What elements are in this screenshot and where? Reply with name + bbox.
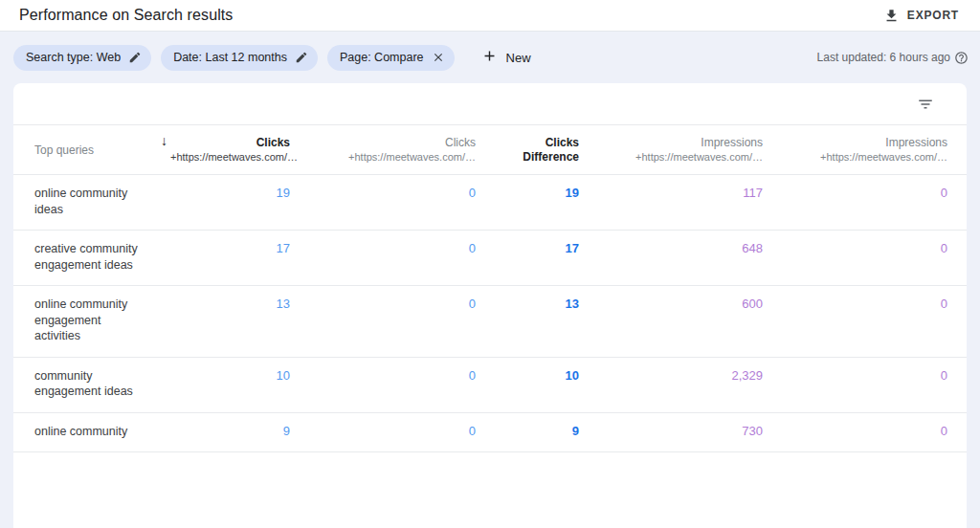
table-toolbar [13,83,967,125]
impressions-a-cell: 730 [598,412,782,452]
plus-icon [481,48,498,67]
query-cell[interactable]: community engagement ideas [13,357,163,412]
table-header-row: Top queries ↓ Clicks +https://meetwaves.… [13,125,967,175]
impressions-a-cell: 600 [598,286,782,358]
edit-icon[interactable] [128,51,142,64]
help-icon[interactable] [954,51,969,65]
last-updated-text: Last updated: 6 hours ago [817,51,950,64]
sort-descending-icon[interactable]: ↓ [161,134,167,148]
chip-label: Page: Compare [340,51,424,64]
clicks-b-cell: 0 [309,231,495,286]
new-label: New [506,51,531,65]
clicks-a-cell: 17 [163,231,309,286]
table-row: community engagement ideas 10 0 10 2,329… [13,357,967,412]
query-cell[interactable]: online community [13,412,163,452]
clicks-difference-cell: 13 [495,286,598,358]
clicks-difference-cell: 17 [495,231,598,286]
impressions-b-cell: 0 [782,286,967,358]
close-icon[interactable] [432,51,445,64]
clicks-difference-cell: 10 [495,357,598,412]
column-label: Impressions [790,136,947,150]
column-sublabel: Difference [502,150,579,165]
clicks-b-cell: 0 [309,357,495,412]
clicks-b-cell: 0 [309,286,495,358]
filter-chips: Search type: Web Date: Last 12 months Pa… [13,44,537,71]
page-title: Performance on Search results [19,7,233,24]
column-header-clicks-difference[interactable]: Clicks Difference [495,125,598,175]
column-header-clicks-page-b[interactable]: Clicks +https://meetwaves.com/… [309,125,495,175]
impressions-b-cell: 0 [782,175,967,231]
impressions-b-cell: 0 [782,357,967,412]
table-row: online community ideas 19 0 19 117 0 [13,175,967,231]
export-button[interactable]: EXPORT [881,4,961,28]
export-label: EXPORT [907,9,959,22]
column-header-impressions-page-b[interactable]: Impressions +https://meetwaves.com/… [782,125,967,175]
column-sublabel: +https://meetwaves.com/… [606,150,763,165]
column-header-impressions-page-a[interactable]: Impressions +https://meetwaves.com/… [598,125,782,175]
clicks-b-cell: 0 [309,412,495,452]
query-cell[interactable]: online community engagement activities [13,286,163,358]
filter-list-icon[interactable] [913,92,938,117]
download-icon [883,8,900,24]
impressions-b-cell: 0 [782,231,967,286]
last-updated: Last updated: 6 hours ago [817,51,969,65]
table-row: online community engagement activities 1… [13,286,967,358]
impressions-b-cell: 0 [782,412,967,452]
column-header-top-queries[interactable]: Top queries [13,125,163,175]
clicks-a-cell: 9 [163,412,309,452]
table-row: creative community engagement ideas 17 0… [13,231,967,286]
column-label: Clicks [317,136,476,150]
filter-chip-page[interactable]: Page: Compare [327,45,455,71]
column-header-clicks-page-a[interactable]: ↓ Clicks +https://meetwaves.com/… [163,125,309,175]
column-sublabel: +https://meetwaves.com/… [317,150,476,165]
column-sublabel: +https://meetwaves.com/… [170,150,290,165]
impressions-a-cell: 648 [598,231,782,286]
column-label: Impressions [606,136,763,150]
query-cell[interactable]: creative community engagement ideas [13,231,163,286]
column-label: Top queries [34,143,144,158]
clicks-difference-cell: 9 [495,412,598,452]
filter-chip-date[interactable]: Date: Last 12 months [161,45,318,71]
top-bar: Performance on Search results EXPORT [0,0,980,32]
new-filter-button[interactable]: New [476,44,537,71]
clicks-a-cell: 13 [163,286,309,358]
chip-label: Date: Last 12 months [173,51,287,64]
impressions-a-cell: 117 [598,175,782,231]
chip-label: Search type: Web [26,51,121,64]
edit-icon[interactable] [295,51,308,64]
clicks-a-cell: 10 [163,357,309,412]
filter-chip-search-type[interactable]: Search type: Web [13,45,151,71]
filter-bar: Search type: Web Date: Last 12 months Pa… [0,32,980,83]
queries-table: Top queries ↓ Clicks +https://meetwaves.… [13,125,967,452]
column-sublabel: +https://meetwaves.com/… [790,150,947,165]
query-cell[interactable]: online community ideas [13,175,163,231]
clicks-b-cell: 0 [309,175,495,231]
impressions-a-cell: 2,329 [598,357,782,412]
table-row: online community 9 0 9 730 0 [13,412,967,452]
clicks-a-cell: 19 [163,175,309,231]
clicks-difference-cell: 19 [495,175,598,231]
results-table-card: Top queries ↓ Clicks +https://meetwaves.… [13,83,967,528]
column-label: Clicks [502,136,579,150]
column-label: Clicks [170,136,290,150]
